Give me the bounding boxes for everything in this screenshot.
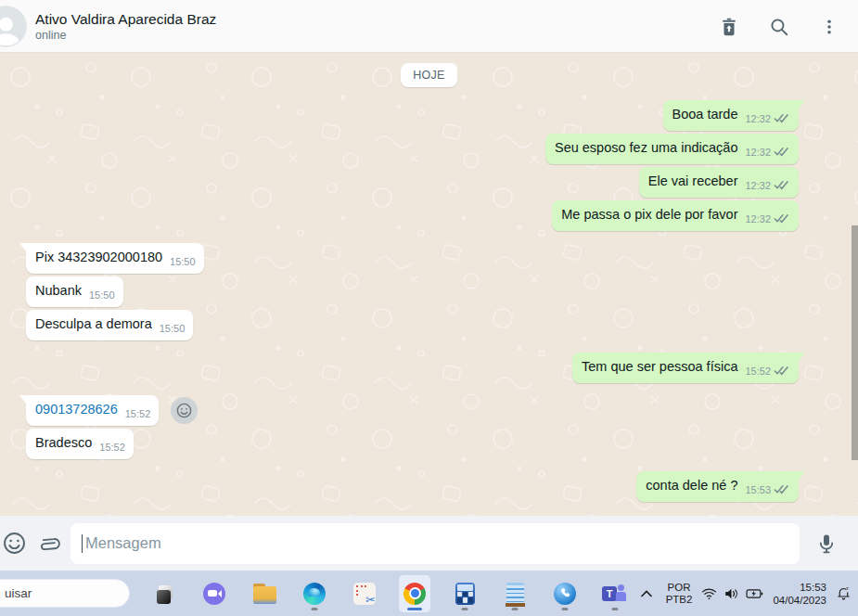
running-indicator [612,608,619,610]
running-indicator [512,608,519,610]
battery-icon [746,587,763,600]
windows-taskbar: uisar [0,571,858,616]
task-view-icon[interactable] [148,575,180,612]
search-glyph [769,17,789,37]
message-time: 15:52 [125,408,151,419]
message-text: Booa tarde [672,107,738,122]
message-list: HOJE Booa tarde12:32Seu esposo fez uma i… [0,53,858,502]
contact-info[interactable]: Ativo Valdira Aparecida Braz online [35,10,216,43]
message-row: Me passa o pix dele por favor12:32 [0,200,858,231]
react-emoji-button[interactable] [171,397,198,424]
phone-dialer-icon[interactable] [549,575,581,612]
kebab-menu-icon[interactable] [817,15,841,39]
chat-scrollbar[interactable] [852,225,858,460]
message-row: Tem que ser pessoa física15:52 [0,353,858,383]
message-row: Nubank15:50 [0,276,858,307]
message-meta: 15:50 [160,320,186,338]
hidden-icons-chevron-icon[interactable] [640,589,653,598]
date-divider: HOJE [401,63,457,87]
microphone-glyph [815,533,838,555]
message-bubble-outgoing[interactable]: conta dele né ?15:53 [636,471,799,502]
message-time: 15:52 [99,442,125,453]
taskbar-search-box[interactable]: uisar [0,579,130,608]
message-row: conta dele né ?15:53 [0,471,858,502]
composer-bar: Mensagem [0,516,858,571]
message-bubble-outgoing[interactable]: Ele vai receber12:32 [639,167,799,198]
message-meta: 15:53 [745,481,790,499]
edge-browser-icon[interactable] [299,575,330,612]
trash-glyph [719,17,739,37]
volume-icon [724,587,739,600]
message-text: Seu esposo fez uma indicação [555,140,738,155]
file-explorer-icon[interactable] [249,575,280,612]
message-time: 15:50 [170,256,196,267]
language-line1: POR [666,582,693,594]
contact-status: online [35,28,216,43]
delivered-ticks-icon [774,484,790,494]
message-meta: 12:32 [745,177,790,195]
message-meta: 15:50 [89,287,115,304]
contact-name: Ativo Valdira Aparecida Braz [35,10,216,28]
message-row: Pix 3432390200018015:50 [0,243,858,274]
taskbar-app-icons: ✂ [148,571,631,616]
language-indicator[interactable]: POR PTB2 [666,582,693,606]
message-meta: 12:32 [745,211,790,228]
message-meta: 12:32 [745,110,790,128]
focus-assist-bell-icon[interactable]: z [834,585,852,601]
delivered-ticks-icon [774,213,790,224]
message-bubble-outgoing[interactable]: Seu esposo fez uma indicação12:32 [545,134,799,164]
message-time: 12:32 [745,113,771,124]
running-indicator [312,608,318,610]
calculator-icon[interactable] [449,575,480,612]
message-row: 0901372862615:52 [0,395,858,426]
react-smiley-glyph [175,402,193,419]
message-bubble-outgoing[interactable]: Booa tarde12:32 [663,100,799,131]
notepad-glyph [506,583,524,605]
message-bubble-incoming[interactable]: Bradesco15:52 [26,429,134,459]
paperclip-glyph [31,527,63,559]
message-meta: 12:32 [745,144,790,161]
microphone-icon[interactable] [813,530,840,558]
clock-time: 15:53 [773,581,826,594]
notepad-icon[interactable] [499,575,531,612]
chrome-browser-icon[interactable] [399,575,430,612]
teams-icon[interactable]: T [599,575,631,612]
message-bubble-outgoing[interactable]: Me passa o pix dele por favor12:32 [552,200,799,231]
message-bubble-incoming[interactable]: Desculpa a demora15:50 [26,310,193,340]
attach-paperclip-icon[interactable] [33,530,61,558]
active-indicator [407,608,422,610]
message-row: Bradesco15:52 [0,429,858,459]
kebab-glyph [820,17,839,37]
whatsapp-window: Ativo Valdira Aparecida Braz online [0,0,858,616]
system-tray: POR PTB2 [640,571,852,616]
taskbar-clock[interactable]: 15:53 04/04/2023 [773,581,826,607]
message-time: 12:32 [745,147,771,158]
snipping-tool-icon[interactable]: ✂ [349,575,380,612]
message-text: conta dele né ? [646,478,737,493]
message-text: Pix 34323902000180 [35,250,162,264]
message-text: Nubank [35,283,82,298]
message-bubble-outgoing[interactable]: Tem que ser pessoa física15:52 [572,353,799,383]
wifi-icon [701,587,717,600]
network-volume-battery[interactable] [701,587,763,600]
video-chat-icon[interactable] [198,575,230,612]
message-input[interactable]: Mensagem [70,523,800,564]
message-bubble-incoming[interactable]: Nubank15:50 [26,276,123,307]
smiley-glyph [2,531,27,556]
default-avatar-icon [0,6,27,47]
search-icon[interactable] [767,15,791,39]
message-row: Desculpa a demora15:50 [0,310,858,340]
message-meta: 15:52 [745,363,790,380]
folder-glyph [253,586,276,604]
avatar[interactable] [0,6,27,47]
phone-number-link[interactable]: 09013728626 [35,402,118,417]
message-time: 15:50 [160,323,186,334]
emoji-smiley-icon[interactable] [0,530,28,558]
message-bubble-incoming[interactable]: 0901372862615:52 [26,395,159,426]
message-time: 15:50 [89,289,115,301]
message-row: Seu esposo fez uma indicação12:32 [0,134,858,164]
message-time: 12:32 [745,213,771,225]
delivered-ticks-icon [774,366,790,376]
delete-trash-icon[interactable] [717,15,741,39]
message-bubble-incoming[interactable]: Pix 3432390200018015:50 [26,243,204,274]
